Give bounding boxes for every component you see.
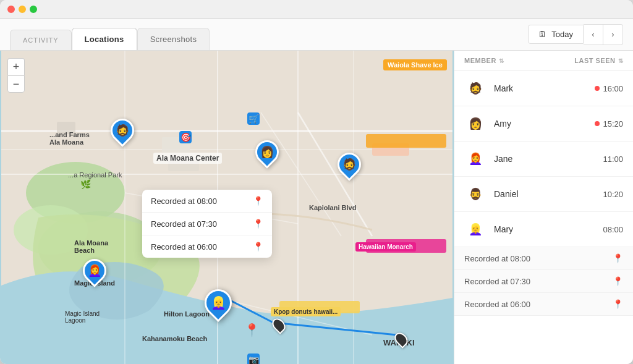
location-text-3: Recorded at 06:00 [464,300,530,309]
member-time-mark: 16:00 [595,84,623,93]
marker-person3[interactable]: 🧔 [338,153,361,176]
map-label-hawaiian-monarch: Hawaiian Monarch [355,242,416,252]
member-row-mark[interactable]: 🧔 Mark 16:00 [454,71,633,106]
map-label-regional-park: ...a Regional Park [68,171,122,179]
map-label-farms: ...and FarmsAla Moana [49,131,90,146]
close-button[interactable] [7,6,15,13]
sidebar-header: MEMBER ⇅ LAST SEEN ⇅ [454,51,633,71]
next-date-button[interactable]: › [603,24,623,45]
marker-amy[interactable]: 👩 [255,140,279,164]
member-row-jane[interactable]: 👩‍🦰 Jane 11:00 [454,142,633,177]
tab-activity[interactable]: ACTIVITY [10,30,72,50]
location-pin-3: 📍 [613,299,623,309]
member-time-daniel: 10:20 [603,190,623,199]
popup-pin-1: 📍 [253,196,263,206]
member-time-amy: 15:20 [595,119,623,129]
map-label-kahanamoku: Kahanamoku Beach [142,335,207,342]
map-label-kpop: Kpop donuts hawaii... [271,307,341,316]
sidebar: MEMBER ⇅ LAST SEEN ⇅ 🧔 Mark 16:00 👩 [454,51,633,364]
pin-1 [273,318,284,332]
maximize-button[interactable] [30,6,37,13]
titlebar [0,0,633,19]
map-label-magic-lagoon: Magic IslandLagoon [65,310,100,324]
member-row-mary[interactable]: 👱‍♀️ Mary 08:00 [454,212,633,247]
location-pin-2: 📍 [613,276,623,286]
location-text-2: Recorded at 07:30 [464,277,530,286]
poi-park: 🌿 [80,179,91,189]
member-time-jane: 11:00 [603,154,623,164]
member-name-daniel: Daniel [494,189,603,199]
location-text-1: Recorded at 08:00 [464,254,530,263]
location-pin-1: 📍 [613,253,623,263]
popup-item-1-label: Recorded at 08:00 [151,197,217,206]
member-sort-icon[interactable]: ⇅ [499,57,504,64]
map-popup: Recorded at 08:00 📍 Recorded at 07:30 📍 … [142,190,272,258]
marker-mary[interactable]: 👱‍♀️ [205,289,232,316]
member-name-jane: Jane [494,154,603,164]
map-label-kapiolani: Kapiolani Blvd [309,204,356,211]
online-indicator-mark [595,86,600,91]
marker-jane[interactable]: 👩‍🦰 [83,259,106,282]
time-jane: 11:00 [603,154,623,164]
last-seen-column-label: LAST SEEN [574,57,615,64]
popup-item-2[interactable]: Recorded at 07:30 📍 [142,213,272,235]
map-label-waiola: Waiola Shave Ice [383,59,447,70]
tab-screenshots[interactable]: Screenshots [137,28,210,50]
zoom-in-button[interactable]: + [7,58,25,75]
poi-green: 📍 [244,323,260,337]
pin-2 [396,332,407,347]
popup-pin-2: 📍 [253,219,263,229]
calendar-icon: 🗓 [538,30,546,39]
member-column-label: MEMBER [464,57,496,64]
tab-locations[interactable]: Locations [72,28,137,50]
marker-amy-avatar: 👩 [260,145,274,159]
map-label-ala-moana-beach: Ala MoanaBeach [74,239,108,254]
map-label-ala-moana: Ala Moana Center [153,153,222,164]
poi-target: 🎯 [179,131,192,143]
svg-rect-20 [366,134,446,148]
zoom-out-button[interactable]: − [7,75,25,93]
marker-jane-avatar: 👩‍🦰 [88,264,101,277]
marker-mark[interactable]: 🧔 [111,119,134,142]
time-amy: 15:20 [603,119,623,129]
marker-mary-avatar: 👱‍♀️ [211,295,226,310]
member-name-mary: Mary [494,224,603,234]
member-row-daniel[interactable]: 🧔‍♂️ Daniel 10:20 [454,177,633,212]
popup-item-1[interactable]: Recorded at 08:00 📍 [142,190,272,213]
last-seen-sort-icon[interactable]: ⇅ [618,57,624,64]
date-label: Today [551,30,573,39]
avatar-mary: 👱‍♀️ [464,218,486,240]
tab-bar: ACTIVITY Locations Screenshots [10,19,210,50]
popup-item-3[interactable]: Recorded at 06:00 📍 [142,235,272,258]
location-entry-2[interactable]: Recorded at 07:30 📍 [454,270,633,293]
avatar-jane: 👩‍🦰 [464,148,486,170]
map-controls: + − [7,58,25,93]
poi-camera: 📷 [247,353,260,364]
minimize-button[interactable] [19,6,26,13]
map-label-hilton: Hilton Lagoon [164,310,210,318]
main-window: ACTIVITY Locations Screenshots 🗓 Today ‹… [0,0,633,364]
content-area: Waiola Shave Ice ...and FarmsAla Moana A… [0,51,633,364]
avatar-mark: 🧔 [464,77,486,99]
popup-item-3-label: Recorded at 06:00 [151,242,217,252]
toolbar: ACTIVITY Locations Screenshots 🗓 Today ‹… [0,19,633,51]
avatar-amy: 👩 [464,112,486,135]
location-entry-1[interactable]: Recorded at 08:00 📍 [454,247,633,270]
avatar-daniel: 🧔‍♂️ [464,183,486,205]
member-name-mark: Mark [494,83,595,93]
popup-item-2-label: Recorded at 07:30 [151,219,217,229]
time-mary: 08:00 [603,225,623,234]
time-mark: 16:00 [603,84,623,93]
date-picker-button[interactable]: 🗓 Today [528,25,584,44]
time-daniel: 10:20 [603,190,623,199]
member-time-mary: 08:00 [603,225,623,234]
member-row-amy[interactable]: 👩 Amy 15:20 [454,106,633,142]
marker-person3-avatar: 🧔 [342,158,356,171]
map-area[interactable]: Waiola Shave Ice ...and FarmsAla Moana A… [0,51,454,364]
location-entry-3[interactable]: Recorded at 06:00 📍 [454,293,633,316]
prev-date-button[interactable]: ‹ [584,24,603,45]
member-name-amy: Amy [494,119,595,129]
popup-pin-3: 📍 [253,242,263,252]
date-navigation: 🗓 Today ‹ › [528,24,623,45]
online-indicator-amy [595,121,600,126]
